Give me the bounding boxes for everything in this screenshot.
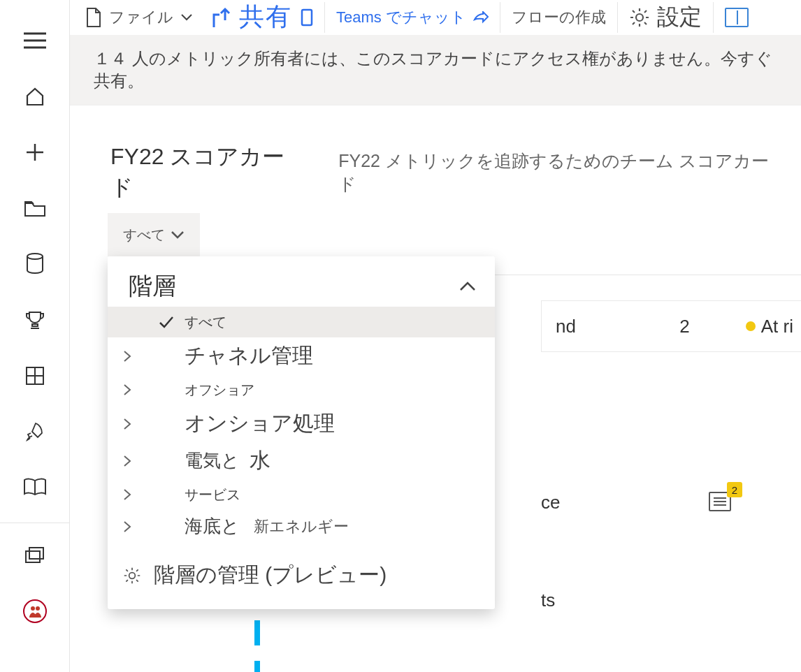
- dropdown-list: すべて チャネル管理 オフショア: [108, 307, 495, 543]
- hierarchy-filter-button[interactable]: すべて: [108, 213, 200, 256]
- share-warning-banner[interactable]: １４ 人のメトリック所有者には、このスコアカードにアクセス権がありません。今すぐ…: [70, 35, 801, 105]
- main-area: ファイル 共有 Teams でチャット フローの作成 設定: [70, 0, 801, 672]
- hamburger-icon[interactable]: [18, 24, 52, 57]
- dropdown-item-label: オンショア処理: [185, 409, 335, 438]
- filter-button-label: すべて: [123, 226, 165, 244]
- manage-hierarchy-button[interactable]: 階層の管理 (プレビュー): [108, 543, 495, 592]
- home-icon[interactable]: [18, 80, 52, 113]
- dropdown-item-label: チャネル管理: [185, 342, 313, 370]
- svg-point-4: [31, 606, 35, 611]
- flow-button[interactable]: フローの作成: [505, 7, 613, 28]
- banner-text: １４ 人のメトリック所有者には、このスコアカードにアクセス権がありません。今すぐ…: [94, 49, 772, 90]
- share-icon: [211, 6, 231, 29]
- dropdown-item[interactable]: オフショア: [108, 374, 495, 405]
- chevron-right-icon: [123, 488, 131, 501]
- rocket-icon[interactable]: [18, 415, 52, 448]
- dropdown-item-label2: 水: [250, 446, 270, 475]
- text-partial-ce: ce: [541, 492, 560, 513]
- reading-view-button[interactable]: [718, 8, 756, 27]
- gear-icon: [123, 567, 141, 585]
- chevron-right-icon: [123, 455, 131, 467]
- chevron-down-icon: [180, 13, 193, 22]
- dropdown-item[interactable]: サービス: [108, 479, 495, 510]
- flow-label: フローの作成: [512, 7, 606, 28]
- metric-row[interactable]: nd 2 At ri: [541, 300, 801, 352]
- book-icon[interactable]: [18, 471, 52, 504]
- dropdown-item-label: 海底と: [185, 514, 240, 539]
- dropdown-item[interactable]: 海底と 新エネルギー: [108, 510, 495, 543]
- notes-count: 2: [727, 482, 742, 497]
- tree-accent-bars: [254, 620, 260, 672]
- manage-hierarchy-label: 階層の管理 (プレビュー): [154, 561, 387, 590]
- grid-icon[interactable]: [18, 359, 52, 393]
- teams-chat-button[interactable]: Teams でチャット: [329, 7, 496, 28]
- people-icon[interactable]: [18, 594, 52, 628]
- chevron-right-icon: [123, 350, 131, 363]
- metric-value: 2: [679, 316, 689, 337]
- file-menu[interactable]: ファイル: [78, 7, 200, 28]
- svg-rect-2: [26, 551, 40, 562]
- trophy-icon[interactable]: [18, 303, 52, 337]
- database-icon[interactable]: [18, 247, 52, 281]
- plus-icon[interactable]: [18, 136, 52, 169]
- dropdown-item[interactable]: オンショア処理: [108, 405, 495, 442]
- notes-button[interactable]: 2: [709, 492, 731, 514]
- svg-point-0: [27, 254, 43, 259]
- reading-view-icon: [725, 8, 749, 27]
- dropdown-item-label: オフショア: [185, 381, 254, 400]
- settings-button[interactable]: 設定: [622, 2, 709, 33]
- chevron-right-icon: [123, 520, 131, 533]
- gear-icon: [629, 7, 650, 28]
- dropdown-item[interactable]: チャネル管理: [108, 337, 495, 374]
- file-label: ファイル: [109, 7, 173, 28]
- dropdown-item[interactable]: 電気と 水: [108, 442, 495, 479]
- dropdown-title: 階層: [129, 270, 176, 302]
- left-nav-rail: [0, 0, 70, 672]
- text-partial-ts: ts: [541, 590, 555, 611]
- chevron-right-icon: [123, 384, 131, 396]
- metric-text-partial: nd: [556, 316, 576, 337]
- settings-label: 設定: [657, 2, 702, 33]
- hierarchy-dropdown: 階層 すべて チャネル管理: [108, 256, 495, 609]
- file-icon: [85, 7, 102, 28]
- chevron-up-icon[interactable]: [459, 281, 477, 292]
- svg-rect-3: [29, 548, 43, 559]
- status-text-partial: At ri: [761, 316, 793, 337]
- teams-chat-label: Teams でチャット: [336, 7, 466, 28]
- check-icon: [158, 315, 175, 329]
- scorecard-description: FY22 メトリックを追跡するためのチーム スコアカード: [338, 149, 777, 196]
- scorecard-header: FY22 スコアカード FY22 メトリックを追跡するためのチーム スコアカード: [70, 105, 801, 213]
- share-arrow-icon: [473, 11, 489, 24]
- folder-icon[interactable]: [18, 191, 52, 225]
- status-dot-icon: [746, 321, 756, 331]
- share-teams-icon: [301, 8, 313, 27]
- scorecard-title: FY22 スコアカード: [110, 142, 303, 203]
- chevron-right-icon: [123, 418, 131, 430]
- share-button[interactable]: 共有: [204, 0, 320, 34]
- svg-point-8: [129, 572, 136, 578]
- dropdown-item-label: サービス: [185, 485, 240, 504]
- dropdown-item-label2: 新エネルギー: [254, 516, 349, 537]
- dropdown-item-label: 電気と: [185, 448, 240, 473]
- svg-point-7: [636, 14, 643, 21]
- svg-point-5: [36, 606, 40, 611]
- chevron-down-icon: [171, 231, 185, 239]
- dropdown-item-all[interactable]: すべて: [108, 307, 495, 337]
- svg-rect-6: [302, 10, 312, 25]
- dropdown-item-label: すべて: [185, 313, 226, 332]
- toolbar: ファイル 共有 Teams でチャット フローの作成 設定: [70, 0, 801, 35]
- cards-icon[interactable]: [18, 539, 52, 572]
- share-label: 共有: [239, 0, 292, 34]
